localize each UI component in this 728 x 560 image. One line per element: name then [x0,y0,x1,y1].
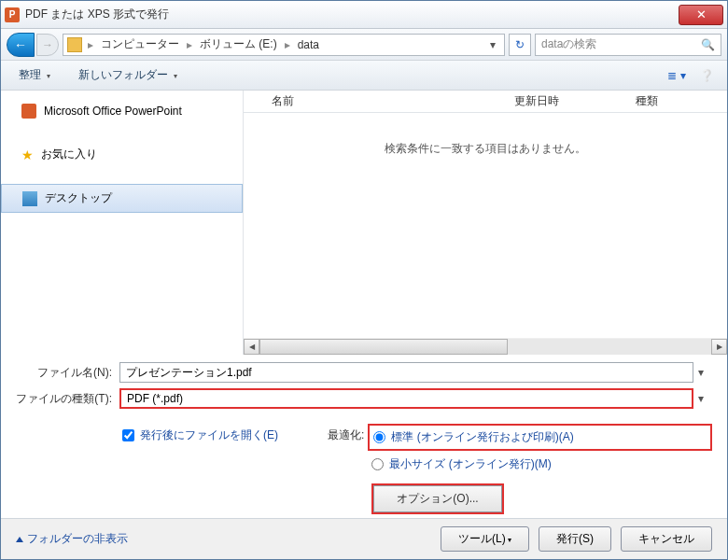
powerpoint-icon [21,104,36,119]
search-placeholder: dataの検索 [541,36,596,52]
desktop-icon [22,191,37,206]
radio-standard-label: 標準 (オンライン発行および印刷)(A) [391,429,573,445]
scroll-left-button[interactable]: ◀ [244,339,259,355]
help-button[interactable]: ❔ [693,65,720,86]
empty-message: 検索条件に一致する項目はありません。 [244,113,727,185]
column-date[interactable]: 更新日時 [505,93,626,109]
address-dropdown[interactable]: ▾ [485,38,500,51]
radio-minsize-input[interactable] [371,458,384,470]
sidebar-label: お気に入り [41,147,97,162]
chevron-right-icon[interactable]: ▸ [86,38,95,51]
footer: フォルダーの非表示 ツール(L) 発行(S) キャンセル [1,518,727,559]
back-button[interactable]: ← [7,33,35,57]
hide-folders-label: フォルダーの非表示 [27,531,128,547]
view-button[interactable]: ≣ ▾ [664,65,690,86]
tools-button[interactable]: ツール(L) [441,526,529,552]
sidebar-item-favorites[interactable]: ★ お気に入り [1,141,243,168]
window-title: PDF または XPS 形式で発行 [25,7,679,22]
scroll-right-button[interactable]: ▶ [711,339,727,355]
navbar: ← → ▸ コンピューター ▸ ボリューム (E:) ▸ data ▾ ↻ da… [1,29,727,61]
scroll-thumb[interactable] [259,339,508,355]
sidebar-label: デスクトップ [45,190,112,206]
radio-standard-input[interactable] [373,431,385,443]
form-area: ファイル名(N): ▾ ファイルの種類(T): PDF (*.pdf) ▾ [1,355,727,422]
body-area: Microsoft Office PowerPoint ★ お気に入り デスクト… [1,91,727,355]
sidebar-item-powerpoint[interactable]: Microsoft Office PowerPoint [1,98,243,124]
file-list: 名前 更新日時 種類 検索条件に一致する項目はありません。 ◀ ▶ [244,91,727,355]
radio-standard-highlight: 標準 (オンライン発行および印刷)(A) [368,424,712,451]
filetype-dropdown[interactable]: ▾ [693,392,708,405]
column-headers: 名前 更新日時 種類 [244,91,727,113]
column-name[interactable]: 名前 [262,93,505,109]
toolbar: 整理 新しいフォルダー ≣ ▾ ❔ [1,61,727,91]
breadcrumb-data[interactable]: data [292,38,325,51]
titlebar: P PDF または XPS 形式で発行 ✕ [1,1,727,29]
forward-button[interactable]: → [36,34,59,56]
radio-standard[interactable]: 標準 (オンライン発行および印刷)(A) [373,427,707,447]
search-icon: 🔍 [701,38,715,51]
refresh-button[interactable]: ↻ [509,34,531,56]
address-bar[interactable]: ▸ コンピューター ▸ ボリューム (E:) ▸ data ▾ [63,34,505,56]
breadcrumb-computer[interactable]: コンピューター [95,36,185,52]
star-icon: ★ [21,147,34,162]
horizontal-scrollbar[interactable]: ◀ ▶ [244,338,727,355]
filename-dropdown[interactable]: ▾ [693,366,708,379]
scroll-track[interactable] [259,339,711,355]
options-area: 発行後にファイルを開く(E) 最適化: 標準 (オンライン発行および印刷)(A)… [1,422,727,518]
radio-minsize-label: 最小サイズ (オンライン発行)(M) [389,456,551,472]
sidebar-item-desktop[interactable]: デスクトップ [1,184,243,213]
options-button-highlight: オプション(O)... [371,483,503,514]
sidebar: Microsoft Office PowerPoint ★ お気に入り デスクト… [1,91,244,355]
open-after-checkbox[interactable]: 発行後にファイルを開く(E) [122,426,309,445]
open-after-check[interactable] [122,429,134,441]
chevron-right-icon[interactable]: ▸ [185,38,194,51]
app-icon: P [5,7,20,22]
cancel-button[interactable]: キャンセル [621,526,712,552]
triangle-up-icon [16,537,23,542]
radio-minsize[interactable]: 最小サイズ (オンライン発行)(M) [371,455,708,474]
close-button[interactable]: ✕ [679,5,723,25]
search-input[interactable]: dataの検索 🔍 [535,34,721,56]
chevron-right-icon[interactable]: ▸ [283,38,292,51]
optimize-label: 最適化: [328,426,364,514]
filename-label: ファイル名(N): [12,365,119,381]
filetype-value: PDF (*.pdf) [127,392,183,405]
save-dialog-window: P PDF または XPS 形式で発行 ✕ ← → ▸ コンピューター ▸ ボリ… [0,0,728,560]
organize-button[interactable]: 整理 [8,63,64,87]
filename-input[interactable] [119,362,693,383]
breadcrumb-volume[interactable]: ボリューム (E:) [194,36,283,52]
folder-icon [67,37,82,52]
options-button[interactable]: オプション(O)... [373,485,501,512]
column-type[interactable]: 種類 [626,93,701,109]
filetype-select[interactable]: PDF (*.pdf) [119,388,693,409]
hide-folders-link[interactable]: フォルダーの非表示 [16,531,128,547]
open-after-label: 発行後にファイルを開く(E) [140,427,278,443]
filetype-label: ファイルの種類(T): [12,391,119,407]
new-folder-button[interactable]: 新しいフォルダー [68,63,188,87]
publish-button[interactable]: 発行(S) [539,526,611,552]
sidebar-label: Microsoft Office PowerPoint [44,105,182,118]
